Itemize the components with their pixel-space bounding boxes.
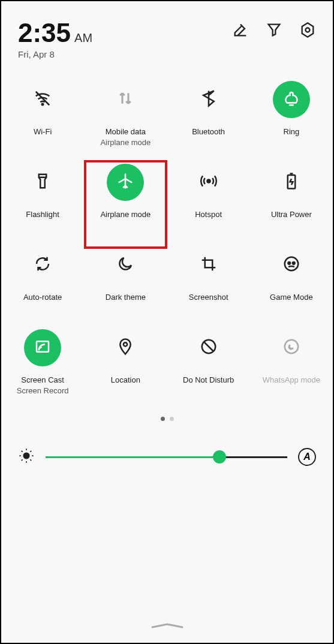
brightness-slider[interactable] — [46, 456, 287, 458]
cast-icon — [34, 338, 52, 358]
hotspot-tile[interactable]: Hotspot — [167, 164, 250, 246]
airplane-label: Airplane mode — [100, 209, 151, 220]
screen-cast-sub: Screen Record — [17, 386, 69, 396]
drag-handle[interactable] — [149, 621, 185, 632]
mobile-data-tile[interactable]: Mobile data Airplane mode — [84, 81, 167, 164]
airplane-tile[interactable]: Airplane mode — [84, 164, 167, 246]
svg-point-5 — [285, 257, 299, 271]
game-icon — [282, 255, 300, 275]
brightness-icon — [18, 447, 35, 467]
location-icon — [116, 338, 134, 358]
auto-rotate-tile[interactable]: Auto-rotate — [1, 246, 84, 329]
mobile-data-sub: Airplane mode — [100, 137, 151, 148]
hotspot-label: Hotspot — [195, 209, 222, 220]
ring-label: Ring — [284, 127, 300, 137]
screen-cast-label: Screen Cast — [21, 375, 64, 386]
ampm-text: AM — [74, 31, 92, 45]
dark-theme-label: Dark theme — [106, 292, 146, 303]
crop-icon — [200, 255, 218, 275]
rotate-icon — [34, 255, 52, 275]
whatsapp-tile[interactable]: WhatsApp mode — [250, 329, 333, 412]
game-mode-tile[interactable]: Game Mode — [250, 246, 333, 329]
moon-icon — [116, 255, 134, 275]
mobile-data-label: Mobile data — [106, 127, 146, 137]
flashlight-label: Flashlight — [26, 209, 59, 220]
clock: 2:35 AM Fri, Apr 8 — [18, 18, 92, 59]
screenshot-tile[interactable]: Screenshot — [167, 246, 250, 329]
bell-icon — [282, 89, 300, 110]
wifi-label: Wi-Fi — [34, 127, 52, 137]
dark-theme-tile[interactable]: Dark theme — [84, 246, 167, 329]
time-text: 2:35 — [18, 18, 71, 48]
dot-inactive — [170, 417, 174, 421]
svg-point-12 — [285, 340, 299, 354]
svg-point-7 — [293, 262, 295, 264]
dot-active — [161, 417, 165, 421]
svg-point-9 — [124, 342, 127, 346]
slider-thumb[interactable] — [213, 450, 226, 464]
svg-point-0 — [306, 28, 310, 32]
game-mode-label: Game Mode — [270, 292, 313, 303]
svg-point-13 — [23, 453, 29, 458]
svg-point-6 — [288, 262, 290, 264]
ultra-power-tile[interactable]: Ultra Power — [250, 164, 333, 246]
airplane-icon — [116, 172, 134, 192]
ultra-power-label: Ultra Power — [271, 209, 312, 220]
filter-icon[interactable] — [266, 22, 282, 41]
bluetooth-label: Bluetooth — [192, 127, 225, 137]
edit-icon[interactable] — [232, 22, 249, 41]
location-tile[interactable]: Location — [84, 329, 167, 412]
svg-point-1 — [42, 104, 44, 106]
flashlight-tile[interactable]: Flashlight — [1, 164, 84, 246]
data-icon — [116, 89, 134, 110]
quick-settings-grid: Wi-Fi Mobile data Airplane mode Bluetoot… — [1, 59, 333, 412]
screen-cast-tile[interactable]: Screen Cast Screen Record — [1, 329, 84, 412]
dnd-label: Do Not Disturb — [183, 375, 234, 386]
screenshot-label: Screenshot — [189, 292, 228, 303]
ring-tile[interactable]: Ring — [250, 81, 333, 164]
dnd-tile[interactable]: Do Not Disturb — [167, 329, 250, 412]
auto-brightness-button[interactable]: A — [298, 448, 316, 466]
wifi-icon — [34, 89, 52, 110]
location-label: Location — [111, 375, 140, 386]
page-indicator — [1, 417, 333, 421]
whatsapp-label: WhatsApp mode — [263, 375, 320, 386]
svg-point-3 — [207, 180, 210, 183]
wifi-tile[interactable]: Wi-Fi — [1, 81, 84, 164]
bluetooth-icon — [200, 89, 218, 110]
settings-icon[interactable] — [299, 22, 316, 41]
svg-line-11 — [204, 342, 213, 351]
whatsapp-icon — [282, 338, 300, 358]
date-text: Fri, Apr 8 — [18, 49, 92, 59]
hotspot-icon — [200, 172, 218, 192]
bluetooth-tile[interactable]: Bluetooth — [167, 81, 250, 164]
battery-icon — [282, 172, 300, 192]
flashlight-icon — [34, 172, 52, 192]
slider-fill — [46, 456, 219, 458]
dnd-icon — [200, 338, 218, 358]
auto-rotate-label: Auto-rotate — [23, 292, 62, 303]
